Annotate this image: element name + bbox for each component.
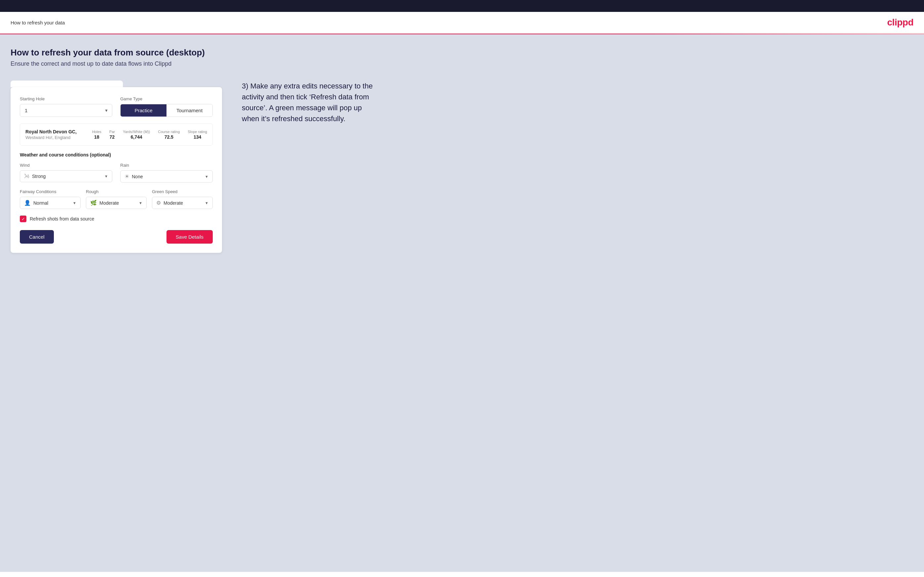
- holes-stat: Holes 18: [92, 130, 102, 140]
- par-stat: Par 72: [109, 130, 115, 140]
- course-name: Royal North Devon GC,: [26, 129, 77, 134]
- fairway-group: Fairway Conditions 👤 Normal ▼: [20, 189, 81, 209]
- game-type-label: Game Type: [120, 97, 213, 102]
- page-subheading: Ensure the correct and most up to date d…: [11, 60, 913, 67]
- wind-icon: 🌬: [24, 173, 29, 179]
- rain-icon: ☀: [124, 173, 129, 180]
- button-row: Cancel Save Details: [20, 230, 213, 243]
- rain-group: Rain ☀ None ▼: [120, 163, 213, 182]
- fairway-label: Fairway Conditions: [20, 189, 81, 194]
- page-heading: How to refresh your data from source (de…: [11, 48, 913, 58]
- rough-select[interactable]: 🌿 Moderate ▼: [86, 197, 147, 209]
- rain-chevron-icon: ▼: [205, 175, 208, 179]
- row-top: Starting Hole 1 10 ▼ Game Type Practi: [20, 97, 213, 117]
- main-content: How to refresh your data from source (de…: [0, 34, 924, 572]
- slope-rating-stat: Slope rating 134: [187, 130, 207, 140]
- top-partial-card: [11, 81, 123, 87]
- course-rating-label: Course rating: [158, 130, 180, 134]
- wind-value: Strong: [32, 174, 104, 179]
- footer: Copyright Clippd 2022: [0, 572, 924, 577]
- course-rating-stat: Course rating 72.5: [158, 130, 180, 140]
- form-card-wrapper: Starting Hole 1 10 ▼ Game Type Practi: [11, 81, 222, 253]
- rough-icon: 🌿: [90, 200, 97, 206]
- form-card: Starting Hole 1 10 ▼ Game Type Practi: [11, 87, 222, 253]
- header-title: How to refresh your data: [11, 20, 65, 26]
- fairway-select[interactable]: 👤 Normal ▼: [20, 197, 81, 209]
- yards-label: Yards/White (M)): [123, 130, 150, 134]
- rain-label: Rain: [120, 163, 213, 168]
- fairway-value: Normal: [33, 200, 73, 206]
- holes-value: 18: [92, 134, 102, 140]
- rough-value: Moderate: [99, 200, 139, 206]
- save-button[interactable]: Save Details: [166, 230, 213, 243]
- row-conditions: Fairway Conditions 👤 Normal ▼ Rough 🌿 Mo…: [20, 189, 213, 209]
- tournament-button[interactable]: Tournament: [166, 104, 212, 116]
- slope-rating-label: Slope rating: [187, 130, 207, 134]
- checkbox-row: ✓ Refresh shots from data source: [20, 216, 213, 222]
- row-wind-rain: Wind 🌬 Strong ▼ Rain ☀ None ▼: [20, 163, 213, 182]
- wind-label: Wind: [20, 163, 112, 168]
- green-speed-label: Green Speed: [152, 189, 213, 194]
- course-location: Westward Ho!, England: [26, 135, 77, 140]
- rough-chevron-icon: ▼: [139, 201, 142, 205]
- fairway-chevron-icon: ▼: [73, 201, 76, 205]
- refresh-checkbox-label: Refresh shots from data source: [30, 216, 94, 221]
- header: How to refresh your data clippd: [0, 12, 924, 34]
- starting-hole-group: Starting Hole 1 10 ▼: [20, 97, 112, 117]
- fairway-icon: 👤: [24, 200, 31, 206]
- wind-select[interactable]: 🌬 Strong ▼: [20, 170, 112, 182]
- starting-hole-select[interactable]: 1 10 ▼: [20, 104, 112, 117]
- cancel-button[interactable]: Cancel: [20, 230, 54, 243]
- logo: clippd: [887, 17, 913, 28]
- top-bar: [0, 0, 924, 12]
- info-paragraph: 3) Make any extra edits necessary to the…: [242, 81, 381, 124]
- rough-group: Rough 🌿 Moderate ▼: [86, 189, 147, 209]
- course-details: Royal North Devon GC, Westward Ho!, Engl…: [26, 129, 77, 140]
- course-info-box: Royal North Devon GC, Westward Ho!, Engl…: [20, 124, 213, 145]
- yards-stat: Yards/White (M)) 6,744: [123, 130, 150, 140]
- starting-hole-input[interactable]: 1 10: [20, 104, 112, 117]
- holes-label: Holes: [92, 130, 102, 134]
- info-text: 3) Make any extra edits necessary to the…: [242, 81, 381, 124]
- rain-select[interactable]: ☀ None ▼: [120, 170, 213, 182]
- green-speed-icon: ⚙: [156, 200, 161, 206]
- refresh-checkbox[interactable]: ✓: [20, 216, 26, 222]
- content-area: Starting Hole 1 10 ▼ Game Type Practi: [11, 81, 913, 253]
- rain-value: None: [132, 174, 205, 179]
- rough-label: Rough: [86, 189, 147, 194]
- par-value: 72: [109, 134, 115, 140]
- par-label: Par: [109, 130, 115, 134]
- game-type-group: Game Type Practice Tournament: [120, 97, 213, 117]
- slope-rating-value: 134: [187, 134, 207, 140]
- course-stats: Holes 18 Par 72 Yards/White (M)) 6,744: [92, 130, 207, 140]
- green-speed-chevron-icon: ▼: [205, 201, 208, 205]
- green-speed-group: Green Speed ⚙ Moderate ▼: [152, 189, 213, 209]
- green-speed-value: Moderate: [163, 200, 205, 206]
- practice-button[interactable]: Practice: [121, 104, 166, 116]
- green-speed-select[interactable]: ⚙ Moderate ▼: [152, 197, 213, 209]
- weather-section-label: Weather and course conditions (optional): [20, 152, 213, 158]
- yards-value: 6,744: [123, 134, 150, 140]
- game-type-buttons: Practice Tournament: [120, 104, 213, 117]
- starting-hole-label: Starting Hole: [20, 97, 112, 102]
- wind-chevron-icon: ▼: [104, 174, 108, 178]
- course-rating-value: 72.5: [158, 134, 180, 140]
- wind-group: Wind 🌬 Strong ▼: [20, 163, 112, 182]
